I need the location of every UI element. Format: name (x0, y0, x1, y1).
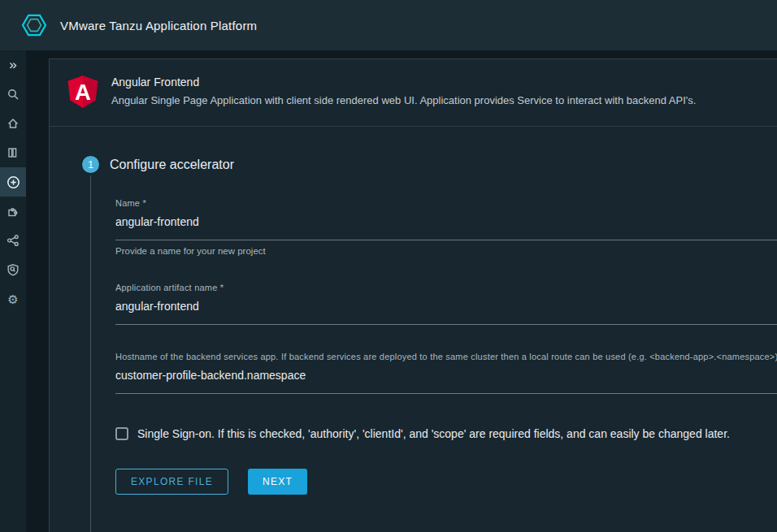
vmware-tanzu-logo-icon (20, 11, 49, 40)
accelerator-title: Angular Frontend (111, 76, 696, 89)
sso-checkbox[interactable] (115, 427, 128, 440)
field-backend-hostname-label: Hostname of the backend services app. If… (115, 352, 777, 361)
main-content: A Angular Frontend Angular Single Page A… (26, 50, 777, 532)
step-1-circle: 1 (82, 156, 99, 173)
sidebar-item-supply-chains[interactable] (0, 226, 26, 255)
form-actions: EXPLORE FILE NEXT (115, 469, 777, 495)
field-name: Name * Provide a name for your new proje… (115, 198, 777, 256)
field-backend-hostname: Hostname of the backend services app. If… (115, 352, 777, 394)
library-icon (7, 146, 20, 159)
sidebar-item-catalog[interactable] (0, 138, 26, 167)
sso-checkbox-row: Single Sign-on. If this is checked, 'aut… (115, 427, 777, 440)
graph-nodes-icon (7, 234, 20, 247)
left-sidebar: » (0, 50, 26, 532)
stepper: 1 Configure accelerator Name * Provide a… (50, 127, 777, 532)
angular-logo-icon: A (67, 76, 98, 108)
step-1-label: Configure accelerator (110, 158, 234, 172)
plus-circle-icon (7, 175, 20, 189)
field-name-label: Name * (115, 198, 777, 208)
sidebar-item-settings[interactable]: ⚙ (0, 284, 26, 314)
step-configure-accelerator[interactable]: 1 Configure accelerator (50, 156, 777, 173)
top-header-bar: VMware Tanzu Application Platform (0, 0, 777, 50)
gear-icon: ⚙ (7, 293, 18, 305)
name-input[interactable] (115, 215, 777, 240)
backend-hostname-input[interactable] (115, 369, 777, 394)
accelerator-card: A Angular Frontend Angular Single Page A… (49, 58, 777, 532)
app-title: VMware Tanzu Application Platform (60, 19, 257, 32)
artifact-name-input[interactable] (115, 300, 777, 325)
sidebar-item-create[interactable] (0, 167, 26, 197)
field-name-helper: Provide a name for your new project (115, 246, 777, 256)
sidebar-item-extensions[interactable] (0, 197, 26, 226)
sso-checkbox-label: Single Sign-on. If this is checked, 'aut… (137, 427, 730, 440)
puzzle-icon (7, 205, 20, 218)
field-artifact-name: Application artifact name * (115, 283, 777, 325)
double-chevron-right-icon: » (9, 58, 16, 71)
accelerator-title-block: Angular Frontend Angular Single Page App… (111, 76, 696, 106)
next-button[interactable]: NEXT (248, 469, 307, 495)
home-icon (7, 117, 20, 130)
field-artifact-name-label: Application artifact name * (115, 283, 777, 292)
svg-text:A: A (75, 80, 91, 105)
sidebar-item-search[interactable] (0, 80, 26, 109)
sidebar-item-home[interactable] (0, 109, 26, 138)
sidebar-item-expand[interactable]: » (0, 50, 26, 80)
accelerator-description: Angular Single Page Application with cli… (111, 94, 696, 106)
shield-search-icon (7, 263, 20, 276)
search-icon (7, 88, 20, 101)
explore-file-button[interactable]: EXPLORE FILE (115, 469, 228, 495)
sidebar-item-security[interactable] (0, 255, 26, 284)
step-1-body: Name * Provide a name for your new proje… (90, 175, 777, 532)
accelerator-header: A Angular Frontend Angular Single Page A… (50, 59, 777, 126)
